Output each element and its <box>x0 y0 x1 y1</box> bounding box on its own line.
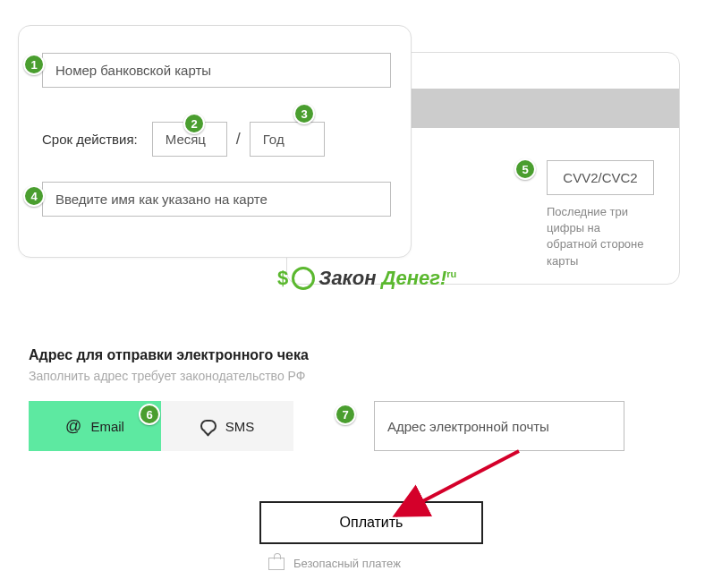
annotation-badge-5: 5 <box>514 158 536 180</box>
receipt-title: Адрес для отправки электронного чека <box>29 347 673 363</box>
cardholder-name-input[interactable] <box>42 182 391 217</box>
annotation-badge-4: 4 <box>23 185 45 207</box>
logo-text-1: Закон <box>319 267 376 289</box>
sms-method-button[interactable]: SMS <box>161 401 293 451</box>
email-method-label: Email <box>90 419 124 434</box>
annotation-badge-6: 6 <box>139 404 160 425</box>
expiry-label: Срок действия: <box>42 132 138 147</box>
card-number-input[interactable] <box>42 53 391 88</box>
expiry-year-input[interactable] <box>250 122 325 157</box>
annotation-badge-1: 1 <box>23 54 45 75</box>
cvv-hint-text: Последние три цифры на обратной стороне … <box>547 204 654 269</box>
sms-method-label: SMS <box>225 419 255 434</box>
lock-icon <box>268 558 285 570</box>
pay-button[interactable]: Оплатить <box>259 501 483 544</box>
expiry-slash: / <box>236 130 241 149</box>
secure-payment-row: Безопасный платеж <box>268 557 401 570</box>
logo-ru: ru <box>446 268 456 279</box>
annotation-badge-3: 3 <box>293 103 315 124</box>
expiry-row: Срок действия: / <box>42 122 387 157</box>
cvv-input[interactable] <box>547 160 654 195</box>
logo-watermark: $ Закон Денег!ru <box>277 267 456 290</box>
annotation-badge-7: 7 <box>335 404 356 425</box>
sms-icon <box>200 420 217 432</box>
dollar-icon: $ <box>277 267 288 290</box>
cvv-section: Последние три цифры на обратной стороне … <box>547 160 654 269</box>
annotation-badge-2: 2 <box>183 113 205 134</box>
receipt-section: Адрес для отправки электронного чека Зап… <box>29 347 673 451</box>
card-front-panel: Срок действия: / <box>18 25 412 258</box>
clock-icon <box>292 267 315 290</box>
secure-payment-label: Безопасный платеж <box>293 557 401 570</box>
at-icon: @ <box>65 417 81 436</box>
logo-text-2: Денег! <box>377 267 447 289</box>
receipt-subtitle: Заполнить адрес требует законодательство… <box>29 369 673 383</box>
email-address-input[interactable] <box>374 401 624 451</box>
